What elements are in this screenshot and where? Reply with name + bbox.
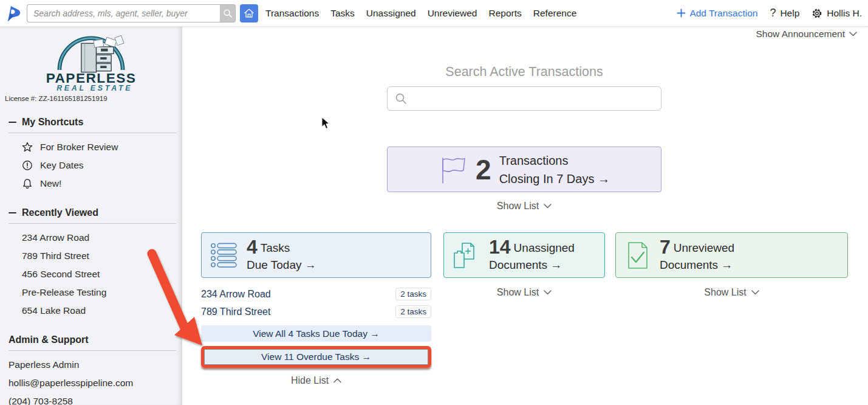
chevron-up-icon: [333, 378, 341, 383]
global-search-button[interactable]: [220, 4, 236, 22]
global-search: [27, 4, 258, 22]
user-menu[interactable]: Hollis H.: [812, 8, 862, 19]
recent-item[interactable]: 789 Third Street: [22, 247, 182, 265]
tasks-word: Tasks: [261, 241, 290, 254]
task-address-link[interactable]: 789 Third Street: [201, 306, 270, 317]
flag-icon: [439, 154, 468, 185]
top-navbar: Transactions Tasks Unassigned Unreviewed…: [0, 0, 868, 27]
nav-reports[interactable]: Reports: [488, 5, 523, 21]
unassigned-show-list-toggle[interactable]: Show List: [443, 287, 605, 298]
user-name-label: Hollis H.: [827, 8, 862, 19]
svg-text:REAL ESTATE: REAL ESTATE: [56, 84, 132, 92]
help-button[interactable]: ? Help: [770, 7, 799, 19]
recent-link: Pre-Release Testing: [22, 287, 106, 298]
recent-item[interactable]: Pre-Release Testing: [22, 283, 182, 302]
star-icon: [22, 142, 33, 153]
recent-item[interactable]: 654 Lake Road: [22, 302, 182, 320]
chevron-down-icon: [544, 290, 552, 295]
unreviewed-count: 7: [660, 237, 671, 257]
my-shortcuts-title: My Shortcuts: [22, 117, 83, 128]
admin-name: Paperless Admin: [9, 356, 182, 374]
recent-link: 234 Arrow Road: [22, 232, 89, 243]
search-icon: [223, 9, 233, 18]
nav-unassigned[interactable]: Unassigned: [365, 5, 417, 21]
chevron-down-icon: [544, 204, 552, 209]
show-announcement-toggle[interactable]: Show Announcement: [756, 29, 858, 40]
my-shortcuts-header[interactable]: My Shortcuts: [0, 117, 182, 128]
main-content: Show Announcement Search Active Transact…: [182, 27, 868, 405]
closing-label-line1: Transactions: [499, 151, 610, 170]
primary-nav: Transactions Tasks Unassigned Unreviewed…: [264, 5, 578, 21]
unassigned-count: 14: [489, 237, 511, 257]
tasks-due-today-card[interactable]: 4Tasks Due Today →: [201, 232, 431, 278]
recently-viewed-title: Recently Viewed: [22, 207, 98, 218]
question-icon: ?: [770, 7, 776, 19]
tasks-hide-list-toggle[interactable]: Hide List: [201, 375, 431, 386]
task-row: 789 Third Street 2 tasks: [201, 303, 431, 320]
unassigned-word: Unassigned: [514, 241, 575, 254]
view-all-tasks-button[interactable]: View All 4 Tasks Due Today →: [201, 325, 431, 342]
show-list-label: Show List: [497, 287, 539, 298]
recent-item[interactable]: 456 Second Street: [22, 265, 182, 283]
closing-show-list-toggle[interactable]: Show List: [387, 201, 661, 212]
home-button[interactable]: [240, 4, 258, 22]
task-address-link[interactable]: 234 Arrow Road: [201, 289, 271, 300]
bell-icon: [22, 178, 33, 189]
recent-item[interactable]: 234 Arrow Road: [22, 229, 182, 247]
unreviewed-show-list-toggle[interactable]: Show List: [615, 287, 848, 298]
gear-icon: [812, 8, 822, 19]
unassigned-line2: Documents →: [489, 257, 575, 274]
home-icon: [243, 7, 255, 19]
pipeline-logo-icon[interactable]: [5, 4, 22, 22]
tasks-card-label: 4Tasks Due Today →: [247, 237, 316, 274]
chevron-down-icon: [751, 290, 759, 295]
add-transaction-label: Add Transaction: [689, 8, 757, 19]
unreviewed-line2: Documents →: [660, 257, 734, 274]
admin-email[interactable]: hollis@paperlesspipeline.com: [9, 374, 182, 392]
collapse-icon: [9, 122, 16, 123]
plus-icon: [677, 9, 686, 18]
shortcut-new[interactable]: New!: [22, 175, 182, 193]
recent-link: 456 Second Street: [22, 269, 100, 280]
help-label: Help: [780, 8, 799, 19]
show-list-label: Show List: [497, 201, 539, 212]
active-transactions-search-input[interactable]: [412, 94, 654, 104]
search-icon: [395, 92, 407, 105]
shortcut-for-broker-review[interactable]: For Broker Review: [22, 138, 182, 156]
nav-unreviewed[interactable]: Unreviewed: [426, 5, 479, 21]
admin-phone: (204) 703-8258: [9, 392, 182, 405]
recently-viewed-header[interactable]: Recently Viewed: [0, 207, 182, 218]
email-link: hollis@paperlesspipeline.com: [9, 378, 133, 389]
closing-count: 2: [476, 156, 491, 184]
paperless-real-estate-logo: PAPERLESS REAL ESTATE: [36, 34, 146, 92]
sidebar: PAPERLESS REAL ESTATE License #: ZZ-1611…: [0, 27, 182, 405]
brokerage-logo: PAPERLESS REAL ESTATE License #: ZZ-1611…: [0, 27, 182, 102]
my-shortcuts-section: My Shortcuts For Broker Review Key Dates: [0, 117, 182, 193]
reviewed-doc-icon: [624, 241, 652, 270]
closing-label: Transactions Closing In 7 Days →: [499, 151, 610, 188]
global-search-input[interactable]: [27, 4, 220, 22]
search-active-transactions-heading: Search Active Transactions: [387, 64, 661, 80]
admin-support-section: Admin & Support Paperless Admin hollis@p…: [0, 334, 182, 405]
unreviewed-documents-card[interactable]: 7Unreviewed Documents →: [615, 232, 848, 278]
chevron-down-icon: [849, 32, 857, 36]
show-announcement-label: Show Announcement: [756, 29, 846, 40]
collapse-icon: [9, 212, 16, 213]
unassigned-documents-card[interactable]: 14Unassigned Documents →: [443, 232, 605, 278]
tasks-line2: Due Today →: [247, 257, 316, 274]
add-transaction-button[interactable]: Add Transaction: [677, 8, 757, 19]
task-row: 234 Arrow Road 2 tasks: [201, 285, 431, 303]
active-transactions-searchbox: [387, 86, 661, 111]
annotation-highlight-box: View 11 Overdue Tasks →: [201, 346, 431, 368]
shortcut-key-dates[interactable]: Key Dates: [22, 156, 182, 175]
view-overdue-tasks-button[interactable]: View 11 Overdue Tasks →: [204, 349, 428, 365]
nav-reference[interactable]: Reference: [532, 5, 578, 21]
nav-transactions[interactable]: Transactions: [264, 5, 320, 21]
nav-tasks[interactable]: Tasks: [329, 5, 356, 21]
closing-transactions-card[interactable]: 2 Transactions Closing In 7 Days →: [387, 147, 661, 192]
unreviewed-word: Unreviewed: [674, 241, 734, 254]
task-count-badge: 2 tasks: [395, 305, 431, 318]
recently-viewed-section: Recently Viewed 234 Arrow Road 789 Third…: [0, 207, 182, 320]
unassigned-doc-icon: [452, 241, 481, 270]
tasks-count: 4: [247, 237, 258, 257]
